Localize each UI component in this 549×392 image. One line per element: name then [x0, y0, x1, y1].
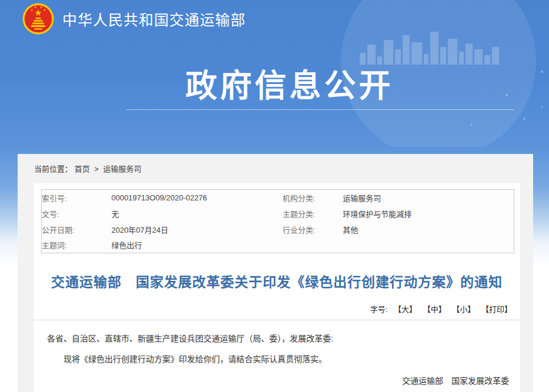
svg-text:★: ★: [31, 8, 34, 12]
metadata-table: 索引号: 000019713O09/2020-02276 机构分类: 运输服务司…: [41, 189, 514, 253]
page: ★ ★ ★ ★ ★ 中华人民共和国交通运输部 政府信息公开 当前位置： 首页 >…: [0, 0, 549, 392]
site-name-link[interactable]: 中华人民共和国交通运输部: [62, 8, 246, 29]
meta-label: 文号:: [42, 206, 112, 222]
meta-label: 行业分类:: [283, 222, 343, 237]
meta-value: [343, 237, 514, 253]
constellation-decoration: [541, 71, 543, 73]
body-paragraph: 现将《绿色出行创建行动方案》印发给你们，请结合实际认真贯彻落实。: [47, 353, 503, 364]
issuing-agencies: 交通运输部 国家发展改革委: [34, 374, 509, 386]
breadcrumb-home-link[interactable]: 首页: [75, 165, 90, 173]
meta-value: 000019713O09/2020-02276: [111, 190, 282, 206]
font-size-medium-button[interactable]: 【中】: [423, 305, 446, 314]
print-button[interactable]: 【打印】: [481, 305, 512, 314]
site-header: ★ ★ ★ ★ ★ 中华人民共和国交通运输部: [22, 3, 246, 35]
breadcrumb-separator: >: [94, 165, 99, 173]
meta-value: 绿色出行: [111, 237, 282, 253]
font-size-small-button[interactable]: 【小】: [452, 305, 475, 314]
meta-label: 主题词:: [42, 237, 112, 253]
salutation-text: 各省、自治区、直辖市、新疆生产建设兵团交通运输厅（局、委），发展改革委:: [47, 332, 503, 344]
banner-underline: [126, 109, 514, 110]
table-row: 文号: 无 主题分类: 环境保护与节能减排: [42, 206, 514, 222]
meta-value: 2020年07月24日: [111, 222, 282, 237]
document-body: 各省、自治区、直辖市、新疆生产建设兵团交通运输厅（局、委），发展改革委: 现将《…: [34, 332, 520, 392]
table-row: 主题词: 绿色出行: [42, 237, 514, 253]
breadcrumb-label: 当前位置：: [34, 165, 72, 173]
meta-label: 索引号:: [42, 190, 112, 206]
breadcrumb: 当前位置： 首页 > 运输服务司: [18, 154, 533, 174]
national-emblem-icon: ★ ★ ★ ★ ★: [22, 3, 54, 35]
meta-label: 主题分类:: [283, 206, 343, 222]
table-row: 公开日期: 2020年07月24日 行业分类: 其他: [42, 222, 514, 237]
title-divider: [34, 320, 520, 320]
document-title: 交通运输部 国家发展改革委关于印发《绿色出行创建行动方案》的通知: [39, 271, 514, 291]
document-panel: 索引号: 000019713O09/2020-02276 机构分类: 运输服务司…: [34, 183, 520, 392]
font-size-large-button[interactable]: 【大】: [394, 305, 417, 314]
meta-value: 其他: [343, 222, 514, 237]
svg-text:★: ★: [43, 8, 46, 12]
banner-page-title: 政府信息公开: [123, 60, 456, 106]
meta-label: [283, 237, 343, 253]
meta-value: 无: [111, 206, 282, 222]
svg-text:★: ★: [39, 5, 42, 9]
banner: ★ ★ ★ ★ ★ 中华人民共和国交通运输部 政府信息公开: [0, 0, 549, 147]
meta-value: 运输服务司: [343, 190, 514, 206]
meta-value: 环境保护与节能减排: [343, 206, 514, 222]
font-size-toolbar: 字号: 【大】 【中】 【小】 【打印】: [34, 303, 512, 314]
meta-label: 机构分类:: [283, 190, 343, 206]
meta-label: 公开日期:: [42, 222, 112, 237]
table-row: 索引号: 000019713O09/2020-02276 机构分类: 运输服务司: [42, 190, 514, 206]
content-card: 当前位置： 首页 > 运输服务司 索引号: 000019713O09/2020-…: [18, 154, 533, 392]
svg-text:★: ★: [34, 5, 37, 9]
breadcrumb-current-link[interactable]: 运输服务司: [103, 165, 142, 173]
font-size-label: 字号:: [370, 305, 388, 314]
